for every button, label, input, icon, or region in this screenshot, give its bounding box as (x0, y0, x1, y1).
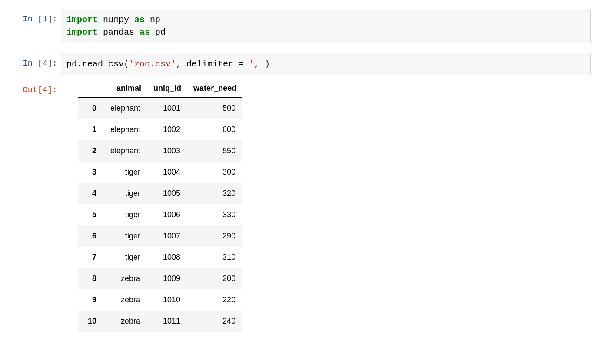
cell-water-need: 600 (187, 119, 242, 140)
cell-animal: tiger (103, 247, 147, 268)
cell-uniq-id: 1011 (147, 311, 187, 332)
cell-2-output: Out[4]: animal uniq_id water_need 0eleph… (6, 79, 591, 332)
cell-uniq-id: 1006 (147, 204, 187, 225)
cell-animal: tiger (103, 225, 147, 247)
row-index: 2 (78, 140, 103, 162)
table-row: 2elephant1003550 (78, 140, 242, 162)
output-prompt-2: Out[4]: (6, 79, 61, 96)
cell-water-need: 550 (187, 140, 242, 162)
table-header-water-need: water_need (187, 79, 242, 98)
cell-1: In [1]: import numpy as np import pandas… (6, 9, 591, 43)
code-cell-1[interactable]: import numpy as np import pandas as pd (61, 9, 591, 43)
row-index: 5 (78, 204, 103, 225)
code-token: as (139, 27, 150, 37)
cell-uniq-id: 1009 (147, 268, 187, 289)
code-token: numpy (98, 15, 134, 25)
cell-water-need: 200 (187, 268, 242, 289)
cell-water-need: 290 (187, 225, 242, 247)
table-row: 3tiger1004300 (78, 162, 242, 183)
code-token: np (145, 15, 160, 25)
cell-animal: tiger (103, 162, 147, 183)
code-token: ) (265, 59, 270, 69)
cell-uniq-id: 1007 (147, 225, 187, 247)
table-row: 8zebra1009200 (78, 268, 242, 289)
table-header-animal: animal (103, 79, 147, 98)
cell-water-need: 500 (187, 98, 242, 119)
cell-animal: zebra (103, 311, 147, 332)
cell-water-need: 310 (187, 247, 242, 268)
input-prompt-1: In [1]: (6, 9, 61, 25)
cell-uniq-id: 1002 (147, 119, 187, 140)
code-cell-2[interactable]: pd.read_csv('zoo.csv', delimiter = ',') (61, 53, 591, 75)
cell-animal: tiger (103, 204, 147, 225)
cell-animal: elephant (103, 119, 147, 140)
cell-water-need: 300 (187, 162, 242, 183)
code-token: pandas (98, 27, 139, 37)
row-index: 9 (78, 289, 103, 311)
code-token: 'zoo.csv' (129, 59, 176, 69)
table-row: 6tiger1007290 (78, 225, 242, 247)
row-index: 0 (78, 98, 103, 119)
table-header-blank (78, 79, 103, 98)
code-token: pd (150, 27, 166, 37)
table-row: 5tiger1006330 (78, 204, 242, 225)
cell-uniq-id: 1010 (147, 289, 187, 311)
input-prompt-2: In [4]: (6, 53, 61, 69)
dataframe-table: animal uniq_id water_need 0elephant10015… (78, 79, 242, 332)
cell-uniq-id: 1008 (147, 247, 187, 268)
row-index: 1 (78, 119, 103, 140)
code-token: pd.read_csv( (66, 59, 129, 69)
output-area-2: animal uniq_id water_need 0elephant10015… (61, 79, 591, 332)
row-index: 6 (78, 225, 103, 247)
cell-uniq-id: 1004 (147, 162, 187, 183)
cell-water-need: 240 (187, 311, 242, 332)
code-token: import (66, 15, 98, 25)
cell-animal: elephant (103, 98, 147, 119)
cell-uniq-id: 1005 (147, 183, 187, 204)
cell-uniq-id: 1003 (147, 140, 187, 162)
row-index: 7 (78, 247, 103, 268)
table-row: 7tiger1008310 (78, 247, 242, 268)
cell-animal: tiger (103, 183, 147, 204)
table-header-row: animal uniq_id water_need (78, 79, 242, 98)
code-token: , delimiter = (176, 59, 249, 69)
table-row: 4tiger1005320 (78, 183, 242, 204)
cell-uniq-id: 1001 (147, 98, 187, 119)
table-row: 10zebra1011240 (78, 311, 242, 332)
cell-water-need: 220 (187, 289, 242, 311)
table-row: 1elephant1002600 (78, 119, 242, 140)
row-index: 8 (78, 268, 103, 289)
table-row: 9zebra1010220 (78, 289, 242, 311)
row-index: 4 (78, 183, 103, 204)
code-token: as (134, 15, 145, 25)
cell-2: In [4]: pd.read_csv('zoo.csv', delimiter… (6, 53, 591, 75)
cell-water-need: 330 (187, 204, 242, 225)
cell-animal: elephant (103, 140, 147, 162)
cell-animal: zebra (103, 289, 147, 311)
cell-animal: zebra (103, 268, 147, 289)
code-token: ',' (249, 59, 265, 69)
row-index: 3 (78, 162, 103, 183)
table-row: 0elephant1001500 (78, 98, 242, 119)
row-index: 10 (78, 311, 103, 332)
notebook: In [1]: import numpy as np import pandas… (0, 0, 597, 332)
table-header-uniq-id: uniq_id (147, 79, 187, 98)
cell-water-need: 320 (187, 183, 242, 204)
code-token: import (66, 27, 98, 37)
